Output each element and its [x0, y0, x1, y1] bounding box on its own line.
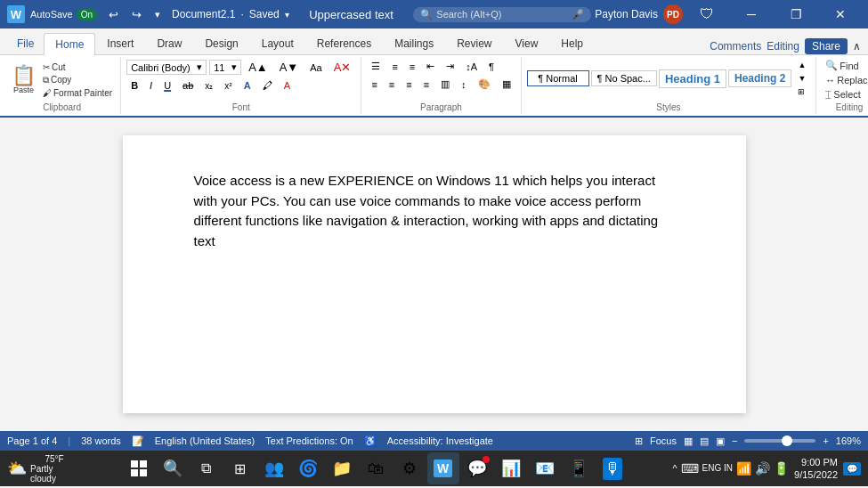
close-button[interactable]: ✕ — [820, 0, 861, 28]
tab-review[interactable]: Review — [445, 32, 503, 54]
phone-link-button[interactable]: 📱 — [563, 452, 595, 484]
cut-button[interactable]: ✂Cut — [40, 61, 115, 73]
tab-references[interactable]: References — [305, 32, 383, 54]
shading-button[interactable]: 🎨 — [474, 77, 495, 92]
time-area[interactable]: 9:00 PM 9/15/2022 — [794, 456, 838, 482]
format-painter-button[interactable]: 🖌Format Painter — [40, 87, 115, 99]
file-explorer-button[interactable]: 📁 — [326, 452, 358, 484]
style-heading1[interactable]: Heading 1 — [659, 69, 726, 88]
outlook-button[interactable]: 📧 — [529, 452, 561, 484]
share-button[interactable]: Share — [805, 38, 848, 54]
teams2-button[interactable]: 💬 — [461, 452, 493, 484]
view-mode-3[interactable]: ▣ — [716, 435, 725, 447]
tab-layout[interactable]: Layout — [250, 32, 305, 54]
word-taskbar-button[interactable]: W — [427, 452, 459, 484]
document-page[interactable]: Voice access is a new EXPERIENCE on Wind… — [123, 135, 746, 413]
align-center-button[interactable]: ≡ — [385, 77, 399, 92]
undo-button[interactable]: ↩ — [102, 5, 124, 23]
tab-mailings[interactable]: Mailings — [383, 32, 445, 54]
columns-button[interactable]: ▥ — [436, 77, 454, 92]
multilevel-button[interactable]: ≡ — [405, 60, 419, 74]
tab-view[interactable]: View — [504, 32, 550, 54]
numbering-button[interactable]: ≡ — [387, 60, 402, 74]
tab-help[interactable]: Help — [549, 32, 595, 54]
replace-button[interactable]: ↔ Replace — [822, 74, 868, 86]
widgets-button[interactable]: ⊞ — [224, 452, 256, 484]
style-normal[interactable]: ¶ Normal — [527, 70, 589, 86]
search-taskbar-button[interactable]: 🔍 — [157, 452, 189, 484]
subscript-button[interactable]: x₂ — [200, 79, 217, 93]
language[interactable]: English (United States) — [155, 435, 256, 446]
chevron-icon[interactable]: ^ — [672, 463, 677, 474]
restore-button[interactable]: ❐ — [775, 0, 816, 28]
font-size-dropdown[interactable]: 11 ▾ — [209, 60, 241, 75]
font-grow-button[interactable]: A▲ — [244, 59, 272, 76]
clear-format-button[interactable]: A✕ — [329, 59, 356, 76]
strikethrough-button[interactable]: ab — [178, 78, 198, 93]
search-box[interactable]: 🔍 Search (Alt+Q) 🎤 — [413, 7, 591, 22]
battery-icon[interactable]: 🔋 — [774, 461, 789, 476]
change-case-button[interactable]: Aa — [305, 61, 326, 75]
predictions[interactable]: Text Predictions: On — [265, 435, 353, 446]
keyboard-icon[interactable]: ⌨ — [681, 461, 699, 476]
zoom-out-button[interactable]: − — [732, 435, 737, 446]
tab-home[interactable]: Home — [44, 33, 95, 55]
styles-more[interactable]: ⊞ — [793, 85, 810, 98]
font-shrink-button[interactable]: A▼ — [275, 59, 304, 76]
settings-taskbar-button[interactable]: ⚙ — [393, 452, 426, 484]
font-color-button[interactable]: A — [280, 78, 295, 93]
focus-label[interactable]: Focus — [650, 435, 677, 446]
user-avatar[interactable]: PD — [663, 4, 683, 24]
edge-button[interactable]: 🌀 — [292, 452, 324, 484]
increase-indent-button[interactable]: ⇥ — [442, 59, 458, 74]
editing-button[interactable]: Editing — [767, 40, 799, 53]
show-hide-button[interactable]: ¶ — [484, 60, 499, 74]
speaker-icon[interactable]: 🔊 — [755, 461, 770, 476]
text-highlight-button[interactable]: 🖍 — [258, 78, 277, 93]
tab-draw[interactable]: Draw — [145, 32, 193, 54]
tab-insert[interactable]: Insert — [95, 32, 145, 54]
bullets-button[interactable]: ☰ — [367, 59, 385, 74]
styles-scroll-up[interactable]: ▲ — [793, 59, 810, 71]
italic-button[interactable]: I — [145, 78, 157, 93]
teams-button[interactable]: 👥 — [258, 452, 290, 484]
wifi-icon[interactable]: 📶 — [736, 461, 751, 476]
align-right-button[interactable]: ≡ — [402, 77, 416, 92]
zoom-level[interactable]: 169% — [836, 435, 861, 446]
align-left-button[interactable]: ≡ — [367, 77, 381, 92]
redo-button[interactable]: ↪ — [126, 5, 147, 23]
tab-file[interactable]: File — [7, 32, 44, 54]
view-mode-2[interactable]: ▤ — [700, 435, 709, 447]
decrease-indent-button[interactable]: ⇤ — [422, 59, 439, 74]
borders-button[interactable]: ▦ — [498, 77, 515, 92]
document-area[interactable]: Voice access is a new EXPERIENCE on Wind… — [0, 118, 868, 431]
style-no-spacing[interactable]: ¶ No Spac... — [591, 70, 657, 86]
font-name-dropdown[interactable]: Calibri (Body) ▾ — [126, 60, 207, 75]
autosave-toggle[interactable]: On — [77, 9, 97, 20]
start-button[interactable] — [123, 452, 155, 484]
view-mode-1[interactable]: ▦ — [684, 435, 693, 447]
zoom-in-button[interactable]: + — [823, 435, 828, 446]
find-button[interactable]: 🔍 Find — [822, 59, 868, 72]
underline-button[interactable]: U — [159, 78, 175, 93]
justify-button[interactable]: ≡ — [419, 77, 434, 92]
line-spacing-button[interactable]: ↕ — [457, 77, 471, 92]
shield-icon[interactable]: 🛡 — [686, 0, 727, 28]
styles-scroll-down[interactable]: ▼ — [793, 72, 810, 85]
store-button[interactable]: 🛍 — [360, 452, 392, 484]
superscript-button[interactable]: x² — [220, 79, 236, 93]
select-button[interactable]: ⌶ Select — [822, 88, 868, 101]
ribbon-collapse-icon[interactable]: ∧ — [853, 40, 861, 53]
minimize-button[interactable]: ─ — [731, 0, 772, 28]
powerpoint-button[interactable]: 📊 — [495, 452, 527, 484]
tab-design[interactable]: Design — [193, 32, 249, 54]
copy-button[interactable]: ⧉Copy — [40, 74, 115, 86]
sort-button[interactable]: ↕A — [461, 60, 482, 74]
style-heading2[interactable]: Heading 2 — [728, 69, 791, 87]
zoom-slider[interactable] — [744, 439, 815, 443]
lang-indicator[interactable]: ENG IN — [702, 463, 733, 474]
voice-access-button[interactable]: 🎙 — [596, 452, 629, 484]
accessibility[interactable]: Accessibility: Investigate — [387, 435, 493, 446]
paste-button[interactable]: 📋 Paste — [9, 64, 38, 96]
notification-button[interactable]: 💬 — [843, 462, 861, 476]
